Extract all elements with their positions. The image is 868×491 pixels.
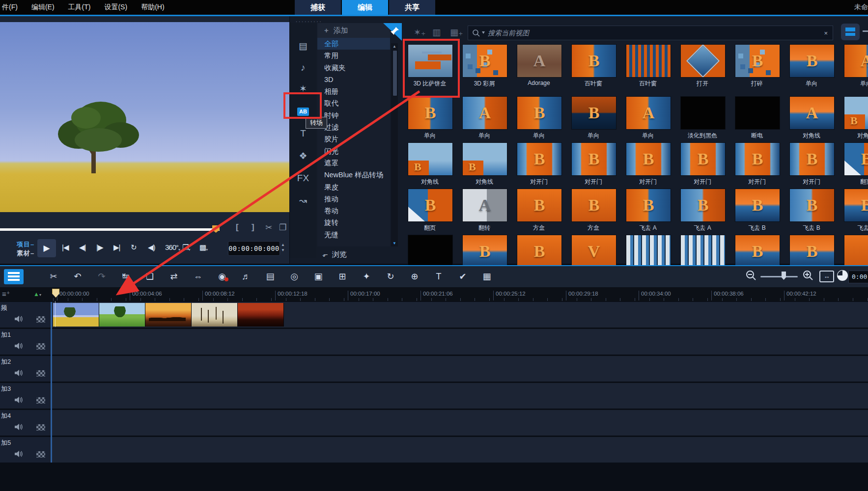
- mode-clip[interactable]: 素材–: [17, 249, 34, 258]
- mute-track-icon[interactable]: [15, 316, 23, 322]
- next-frame[interactable]: |▶: [96, 243, 103, 252]
- mute-track-icon[interactable]: [15, 397, 23, 403]
- transition-飞去 B[interactable]: B飞去 B: [789, 189, 834, 232]
- category-无缝[interactable]: 无缝: [317, 229, 390, 241]
- filter-icon[interactable]: FX: [293, 171, 313, 186]
- fit-project-icon[interactable]: ↹: [117, 270, 134, 283]
- transition-partial[interactable]: B: [789, 235, 834, 268]
- thumbnail-size-slider[interactable]: [863, 30, 868, 32]
- transition-partial[interactable]: B: [735, 235, 779, 268]
- jump-start[interactable]: |◀: [62, 243, 68, 252]
- mask-creator-icon[interactable]: ▦: [478, 270, 495, 283]
- transition-partial[interactable]: V: [571, 235, 616, 268]
- chapter-marker-icon[interactable]: ▲▾: [33, 291, 41, 298]
- track-speaker[interactable]: [15, 397, 23, 403]
- transition-翻页[interactable]: B翻页: [844, 142, 868, 186]
- category-3D[interactable]: 3D: [317, 74, 390, 85]
- transition-3D 比萨饼盒[interactable]: 3D 比萨饼盒: [408, 44, 452, 88]
- pin-gallery-icon[interactable]: [383, 23, 402, 41]
- transition-partial[interactable]: [844, 235, 868, 268]
- batch-convert-icon[interactable]: ▤: [262, 270, 279, 283]
- play-button[interactable]: ▶: [37, 239, 56, 257]
- menu-设置S[interactable]: 设置(S): [97, 0, 134, 15]
- track-checker-icon[interactable]: [36, 343, 45, 350]
- category-卷动[interactable]: 卷动: [317, 205, 390, 217]
- transition-翻页[interactable]: B翻页: [408, 189, 452, 232]
- motion-path-icon[interactable]: ↝: [293, 193, 313, 208]
- transition-方盒[interactable]: B方盒: [571, 189, 616, 232]
- transition-飞去 A[interactable]: B飞去 A: [680, 189, 725, 232]
- transition-3D 彩屑[interactable]: B3D 彩屑: [462, 44, 506, 88]
- track-checker-icon[interactable]: [36, 451, 45, 458]
- split-clip-icon[interactable]: ✂: [265, 222, 272, 233]
- track-checker-icon[interactable]: [36, 370, 45, 377]
- tab-捕获[interactable]: 捕获: [295, 0, 341, 15]
- transition-对开门[interactable]: B对开门: [626, 142, 670, 186]
- aspect-ratio[interactable]: ❐▾: [182, 243, 190, 252]
- snapshot-icon[interactable]: ❏: [141, 270, 158, 283]
- category-果皮[interactable]: 果皮: [317, 181, 390, 193]
- menu-件F[interactable]: 件(F): [0, 0, 25, 15]
- transition-百叶窗[interactable]: 百叶窗: [626, 44, 670, 88]
- transition-对角线[interactable]: B对角线: [408, 142, 452, 186]
- blend-clips-icon[interactable]: ◎: [286, 270, 303, 283]
- track-checker-icon[interactable]: [36, 316, 45, 323]
- mark-out-button[interactable]: ]: [252, 222, 254, 232]
- volume[interactable]: ◀): [148, 243, 155, 252]
- transition-对开门[interactable]: B对开门: [571, 142, 616, 186]
- mute-track-icon[interactable]: [15, 370, 23, 376]
- transition-partial[interactable]: [680, 235, 725, 268]
- track-speaker[interactable]: [15, 316, 23, 322]
- category-scrollbar[interactable]: ▲ ▼: [391, 43, 398, 246]
- mark-in-button[interactable]: [: [236, 222, 239, 232]
- transition-断电[interactable]: 断电: [735, 96, 779, 140]
- category-闪光[interactable]: 闪光: [317, 145, 390, 157]
- view-360[interactable]: 360°▾: [165, 243, 180, 252]
- search-input[interactable]: [487, 28, 819, 37]
- transition-打开[interactable]: 打开: [680, 44, 725, 88]
- browse-button[interactable]: ⬐浏览: [317, 247, 390, 262]
- scrollbar-thumb[interactable]: [392, 50, 397, 96]
- sound-mixer-icon[interactable]: ♬: [238, 270, 254, 283]
- transition-Adorage[interactable]: AAdorage: [517, 44, 561, 86]
- timeline-clip-3[interactable]: [145, 303, 192, 327]
- mute-track-icon[interactable]: [15, 343, 23, 349]
- transition-partial[interactable]: [626, 235, 670, 268]
- timeline-view-toggle-button[interactable]: [4, 269, 24, 284]
- transition-对角线[interactable]: B对角线: [462, 142, 506, 186]
- star-add-icon[interactable]: ✶₊: [414, 27, 426, 38]
- timeline-clip-2[interactable]: [99, 303, 145, 327]
- panel-view-toggle-button[interactable]: [841, 24, 860, 40]
- preview-video-frame[interactable]: [0, 22, 289, 212]
- video-360-icon[interactable]: ↻: [382, 270, 399, 283]
- track-content-加5[interactable]: [52, 437, 868, 463]
- track-content-加1[interactable]: [52, 329, 868, 355]
- transition-对角线[interactable]: A对角线: [789, 96, 834, 140]
- motion-tracking-icon[interactable]: ✦: [358, 270, 375, 283]
- menu-工具T[interactable]: 工具(T): [61, 0, 98, 15]
- transition-对开门[interactable]: B对开门: [680, 142, 725, 186]
- transition-飞去 B[interactable]: B飞去 B: [735, 189, 779, 232]
- mute-track-icon[interactable]: [15, 451, 23, 457]
- undo-icon[interactable]: ↶: [69, 270, 86, 283]
- transition-翻转[interactable]: A翻转: [462, 189, 506, 232]
- track-speaker[interactable]: [15, 343, 23, 349]
- jump-end[interactable]: ▶|: [113, 243, 120, 252]
- track-manager-icon[interactable]: ≡⁺: [2, 290, 10, 299]
- title-3d-icon[interactable]: T: [430, 270, 447, 283]
- track-content-加3[interactable]: [52, 383, 868, 409]
- category-相册[interactable]: 相册: [317, 85, 390, 97]
- category-取代[interactable]: 取代: [317, 97, 390, 109]
- track-speaker[interactable]: [15, 424, 23, 430]
- trim-scissors-icon[interactable]: ✂: [45, 270, 62, 283]
- track-speaker[interactable]: [15, 370, 23, 376]
- zoom-out-icon[interactable]: [746, 270, 756, 281]
- track-content-加2[interactable]: [52, 356, 868, 382]
- instant-project-icon[interactable]: ✶: [293, 82, 313, 96]
- transition-partial[interactable]: B: [462, 235, 506, 268]
- timeline-clip-4[interactable]: [192, 303, 238, 327]
- auto-tracking-icon[interactable]: ⊕: [406, 270, 423, 283]
- mode-project[interactable]: 项目–: [17, 240, 34, 249]
- transition-打碎[interactable]: B打碎: [735, 44, 779, 88]
- transition-飞去 A[interactable]: B飞去 A: [626, 189, 670, 232]
